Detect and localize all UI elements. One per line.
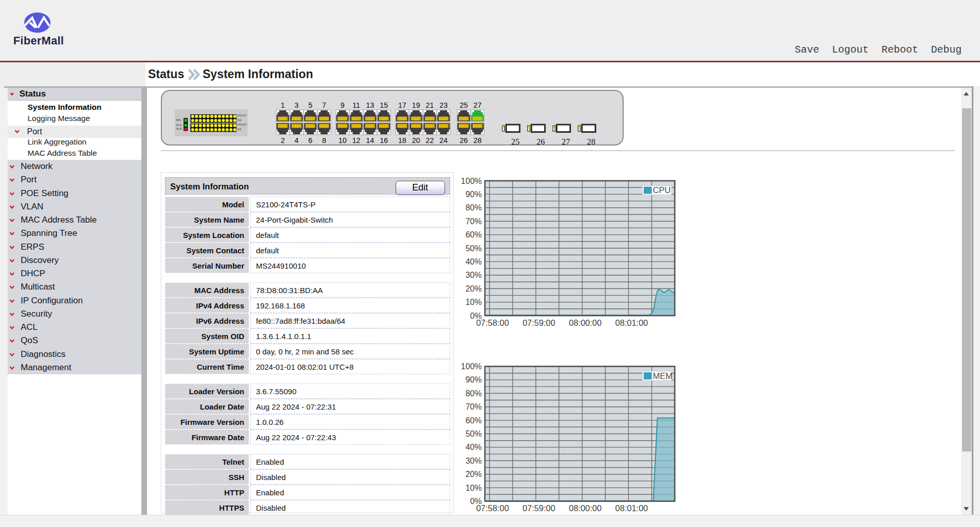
svg-text:7: 7 [322, 101, 326, 109]
svg-text:5: 5 [308, 101, 312, 109]
svg-text:08:01:00: 08:01:00 [615, 504, 648, 513]
svg-text:MEM: MEM [653, 371, 673, 380]
svg-text:26: 26 [459, 136, 468, 145]
svg-text:18: 18 [398, 136, 406, 145]
svg-text:07:58:00: 07:58:00 [476, 504, 509, 513]
svg-text:8: 8 [322, 136, 326, 145]
svg-text:70%: 70% [465, 402, 482, 411]
svg-text:ALM: ALM [176, 127, 182, 130]
svg-text:80%: 80% [465, 203, 482, 212]
svg-text:90%: 90% [465, 190, 482, 199]
svg-text:PoE: PoE [237, 119, 242, 122]
svg-text:6: 6 [308, 136, 312, 145]
svg-text:PoE: PoE [237, 128, 242, 131]
svg-text:SYS: SYS [176, 124, 182, 127]
svg-text:9: 9 [340, 101, 345, 109]
svg-text:4: 4 [295, 136, 299, 145]
svg-text:20%: 20% [465, 284, 482, 293]
svg-text:1: 1 [281, 101, 285, 109]
svg-text:27: 27 [562, 137, 571, 146]
svg-text:SPD/ACT: SPD/ACT [237, 124, 248, 126]
svg-text:50%: 50% [465, 244, 482, 253]
svg-text:40%: 40% [465, 443, 482, 451]
svg-text:100%: 100% [461, 362, 482, 371]
svg-text:28: 28 [587, 137, 596, 146]
svg-text:2: 2 [281, 136, 285, 145]
svg-text:60%: 60% [465, 416, 482, 425]
svg-text:80%: 80% [465, 389, 482, 398]
svg-text:90%: 90% [465, 375, 482, 384]
svg-text:10%: 10% [465, 298, 482, 306]
svg-text:08:00:00: 08:00:00 [569, 504, 601, 513]
svg-text:25: 25 [459, 101, 468, 109]
svg-text:26: 26 [536, 137, 545, 146]
svg-text:70%: 70% [465, 217, 482, 226]
svg-text:100%: 100% [461, 177, 482, 185]
svg-text:14: 14 [366, 136, 374, 145]
svg-text:20: 20 [412, 136, 420, 145]
svg-text:SPD/ACT: SPD/ACT [237, 114, 248, 117]
svg-text:40%: 40% [465, 257, 482, 266]
svg-text:08:01:00: 08:01:00 [615, 318, 648, 327]
svg-text:10: 10 [338, 136, 347, 145]
svg-text:CPU: CPU [653, 185, 671, 195]
svg-text:22: 22 [426, 136, 434, 145]
svg-text:08:00:00: 08:00:00 [569, 318, 601, 327]
svg-text:10%: 10% [465, 484, 482, 492]
svg-text:23: 23 [439, 101, 448, 109]
svg-text:20%: 20% [465, 470, 482, 478]
svg-text:27: 27 [473, 101, 481, 109]
svg-text:28: 28 [473, 136, 481, 145]
svg-text:16: 16 [380, 136, 388, 145]
svg-text:07:59:00: 07:59:00 [523, 318, 555, 327]
svg-text:19: 19 [412, 101, 420, 109]
svg-text:50%: 50% [465, 429, 482, 438]
svg-text:MIS: MIS [176, 118, 181, 122]
svg-text:30%: 30% [465, 271, 482, 279]
svg-text:15: 15 [380, 101, 388, 109]
svg-text:25: 25 [511, 137, 520, 146]
svg-text:60%: 60% [465, 230, 482, 239]
svg-text:24: 24 [439, 136, 448, 145]
svg-text:07:59:00: 07:59:00 [523, 504, 555, 513]
svg-text:13: 13 [366, 101, 374, 109]
svg-text:11: 11 [352, 101, 360, 109]
svg-text:3: 3 [295, 101, 299, 109]
svg-text:21: 21 [426, 101, 434, 109]
svg-text:30%: 30% [465, 457, 482, 465]
svg-text:12: 12 [352, 136, 360, 145]
svg-text:17: 17 [398, 101, 406, 109]
svg-text:07:58:00: 07:58:00 [476, 318, 509, 327]
